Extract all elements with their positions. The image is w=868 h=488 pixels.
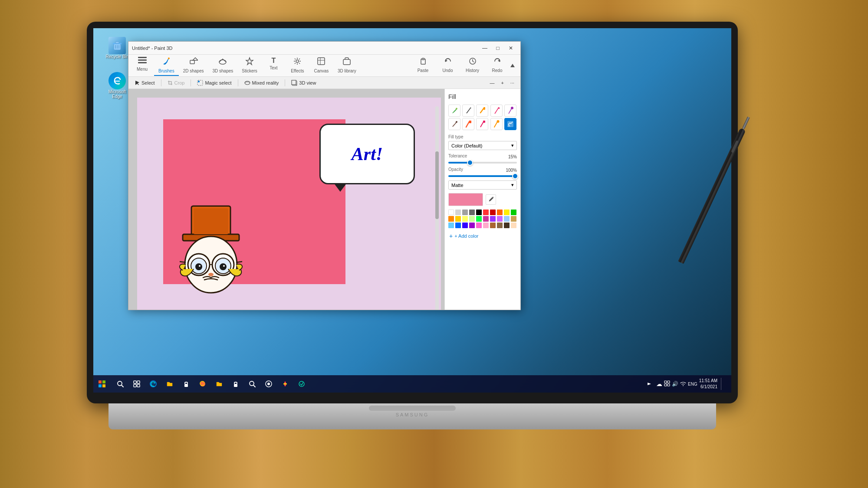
color-lavender[interactable] — [497, 216, 503, 222]
taskbar-app-extra[interactable] — [294, 376, 309, 392]
color-blue[interactable] — [455, 223, 461, 228]
taskbar-files[interactable] — [162, 376, 178, 392]
tab-canvas[interactable]: Canvas — [309, 55, 333, 76]
brush-item-1[interactable] — [448, 105, 460, 117]
color-peach[interactable] — [511, 223, 516, 228]
color-orange2[interactable] — [448, 216, 454, 222]
add-color-button[interactable]: + + Add color — [448, 232, 517, 240]
color-violet[interactable] — [469, 223, 475, 228]
taskbar-paint3d[interactable] — [277, 376, 293, 392]
start-button[interactable] — [93, 375, 111, 393]
magic-select-tool[interactable]: Magic select — [194, 79, 234, 87]
brush-item-4[interactable] — [490, 105, 503, 117]
color-darkbrown[interactable] — [497, 223, 503, 228]
toolbar-more[interactable]: ··· — [508, 79, 517, 86]
color-tan[interactable] — [511, 216, 516, 222]
color-darkblue[interactable] — [462, 223, 468, 228]
brush-item-9[interactable] — [490, 118, 503, 130]
color-lightyellow[interactable] — [462, 216, 468, 222]
brush-item-7[interactable] — [462, 118, 474, 130]
color-skyblue[interactable] — [448, 223, 454, 228]
tray-onedrive[interactable]: ☁ — [656, 380, 662, 387]
tray-chevron[interactable] — [648, 380, 654, 387]
taskbar-edge[interactable] — [145, 376, 161, 392]
brush-item-10[interactable]: A — [504, 118, 516, 130]
maximize-button[interactable]: □ — [492, 43, 504, 53]
eyedropper-button[interactable] — [486, 194, 496, 205]
color-black[interactable] — [476, 210, 482, 215]
brush-item-5[interactable] — [504, 105, 516, 117]
tab-3dlibrary[interactable]: 3D library — [333, 55, 361, 76]
add-color-icon: + — [449, 233, 453, 239]
current-color-swatch[interactable] — [448, 193, 483, 206]
brush-item-3[interactable] — [476, 105, 488, 117]
tray-network[interactable] — [680, 380, 686, 387]
color-gray[interactable] — [462, 210, 468, 215]
tab-brushes[interactable]: Brushes — [154, 55, 179, 76]
tab-text[interactable]: T Text — [262, 55, 286, 76]
canvas-area[interactable]: Art! — [128, 89, 444, 310]
brush-item-8[interactable] — [476, 118, 488, 130]
3dview-tool[interactable]: 3D view — [289, 79, 319, 87]
paste-action[interactable]: Paste — [411, 56, 435, 75]
color-amber[interactable] — [455, 216, 461, 222]
finish-dropdown[interactable]: Matte ▾ — [448, 180, 517, 190]
color-darkred[interactable] — [490, 210, 496, 215]
color-orange[interactable] — [497, 210, 503, 215]
redo-action[interactable]: Redo — [485, 56, 509, 75]
select-tool[interactable]: Select — [132, 79, 158, 86]
tab-3dshapes[interactable]: 3D shapes — [208, 55, 238, 76]
toolbar-minus[interactable]: — — [487, 79, 497, 86]
color-lightblue[interactable] — [504, 216, 510, 222]
color-yellow[interactable] — [504, 210, 510, 215]
show-desktop-button[interactable] — [719, 378, 728, 390]
taskbar-taskview[interactable] — [129, 376, 145, 392]
svg-point-73 — [496, 120, 499, 123]
taskbar-clock[interactable]: 11:51 AM 6/1/2021 — [699, 378, 717, 390]
mixed-reality-tool[interactable]: Mixed reality — [242, 79, 282, 87]
color-verydarkbrown[interactable] — [504, 223, 510, 228]
crop-tool[interactable]: Crop — [165, 79, 187, 86]
color-darkgray[interactable] — [469, 210, 475, 215]
svg-marker-14 — [246, 58, 253, 65]
taskbar-files2[interactable] — [211, 376, 227, 392]
canvas-vertical-scrollbar[interactable] — [435, 106, 439, 310]
history-action[interactable]: History — [460, 56, 484, 75]
color-lightgreen[interactable] — [469, 216, 475, 222]
taskbar-lock2[interactable] — [228, 376, 243, 392]
tolerance-slider[interactable] — [448, 162, 517, 164]
tab-menu[interactable]: Menu — [130, 55, 154, 76]
color-red[interactable] — [483, 210, 489, 215]
undo-action[interactable]: Undo — [436, 56, 460, 75]
tray-language[interactable]: ENG — [688, 382, 697, 386]
color-green[interactable] — [511, 210, 516, 215]
tab-effects[interactable]: Effects — [286, 55, 309, 76]
taskbar-lock[interactable] — [178, 376, 194, 392]
taskbar-cortana[interactable] — [261, 376, 276, 392]
taskbar: ☁ 🔊 — [93, 375, 731, 393]
brush-item-2[interactable] — [462, 105, 474, 117]
color-lightpink[interactable] — [483, 223, 489, 228]
taskbar-search2[interactable] — [244, 376, 260, 392]
tray-taskview2[interactable] — [664, 380, 670, 387]
taskbar-firefox[interactable] — [195, 376, 210, 392]
toolbar-plus[interactable]: + — [498, 79, 506, 86]
color-white[interactable] — [448, 210, 454, 215]
collapse-ribbon-button[interactable] — [510, 59, 518, 72]
opacity-slider[interactable] — [448, 175, 517, 177]
close-button[interactable]: ✕ — [505, 43, 517, 53]
taskbar-date-display: 6/1/2021 — [699, 384, 717, 390]
tab-stickers[interactable]: Stickers — [237, 55, 262, 76]
taskbar-search[interactable] — [112, 376, 128, 392]
color-purple[interactable] — [490, 216, 496, 222]
tab-2dshapes[interactable]: 2D shapes — [179, 55, 208, 76]
color-brown[interactable] — [490, 223, 496, 228]
color-brightgreen[interactable] — [476, 216, 482, 222]
color-lightgray[interactable] — [455, 210, 461, 215]
minimize-button[interactable]: — — [479, 43, 491, 53]
fill-type-dropdown[interactable]: Color (Default) ▾ — [448, 141, 517, 150]
brush-item-6[interactable] — [448, 118, 460, 130]
color-hotpink[interactable] — [476, 223, 482, 228]
color-pink[interactable] — [483, 216, 489, 222]
tray-volume[interactable]: 🔊 — [672, 381, 678, 387]
